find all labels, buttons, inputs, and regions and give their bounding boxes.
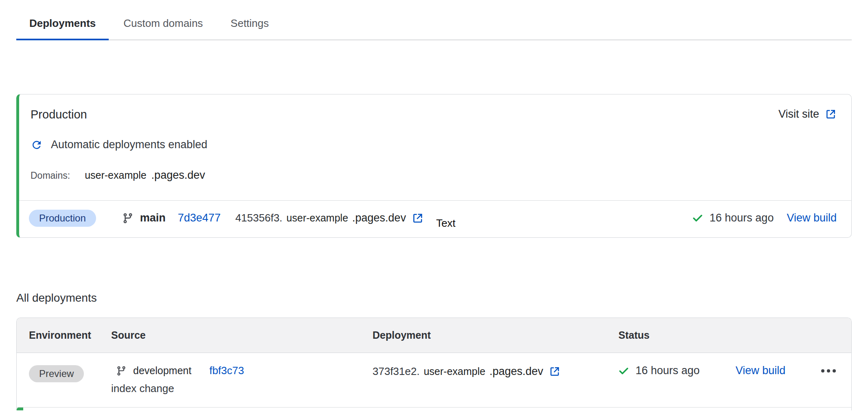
external-link-icon: [543, 366, 561, 377]
deployment-suffix: .pages.dev: [352, 212, 406, 224]
git-branch-icon: [116, 366, 127, 376]
deployment-domain: user-example: [424, 366, 485, 377]
production-deployment-row: Production main 7d3e477 415356f3. user-e…: [19, 201, 851, 235]
production-card-title: Production: [31, 108, 87, 121]
deployment-id: 373f31e2.: [373, 365, 420, 378]
check-icon: [692, 213, 703, 224]
column-header-environment: Environment: [29, 329, 111, 341]
commit-link[interactable]: fbf3c73: [209, 364, 244, 377]
domains-row: Domains: user-example .pages.dev: [19, 151, 851, 182]
domain-suffix: .pages.dev: [151, 169, 205, 182]
deployments-page: Deployments Custom domains Settings Prod…: [0, 0, 868, 412]
visit-site-link[interactable]: Visit site: [778, 108, 837, 121]
environment-cell: Preview: [29, 364, 111, 407]
deployment-suffix: .pages.dev: [489, 365, 543, 378]
view-build-link[interactable]: View build: [736, 364, 786, 377]
production-card: Production Visit site Automatic deploym: [16, 94, 852, 238]
tab-bar: Deployments Custom domains Settings: [16, 0, 852, 40]
domains-label: Domains:: [31, 170, 70, 181]
text-annotation: Text: [436, 217, 456, 230]
next-row-partial: [17, 407, 851, 410]
status-group: 16 hours ago View build: [692, 212, 837, 224]
refresh-icon: [31, 139, 43, 151]
domain-name: user-example: [85, 169, 146, 181]
tab-deployments[interactable]: Deployments: [16, 11, 109, 40]
column-header-deployment: Deployment: [373, 329, 618, 341]
all-deployments-heading: All deployments: [16, 291, 852, 305]
external-link-icon: [825, 108, 837, 120]
column-header-source: Source: [111, 329, 373, 341]
deployment-cell: 373f31e2. user-example .pages.dev: [373, 364, 618, 407]
deployment-url-link[interactable]: 373f31e2. user-example .pages.dev: [373, 365, 561, 378]
check-icon: [618, 366, 629, 376]
source-group: main 7d3e477: [122, 212, 221, 224]
table-header-row: Environment Source Deployment Status: [17, 318, 851, 353]
git-branch-icon: [122, 213, 134, 224]
tab-settings[interactable]: Settings: [217, 11, 282, 39]
deployment-domain: user-example: [287, 212, 348, 224]
tab-custom-domains[interactable]: Custom domains: [110, 11, 216, 39]
environment-badge: Production: [29, 210, 96, 227]
column-header-status: Status: [618, 329, 851, 341]
more-options-icon[interactable]: [820, 365, 837, 377]
production-accent-stripe: [17, 408, 23, 410]
status-cell: 16 hours ago View build: [618, 364, 851, 407]
deployment-id: 415356f3.: [235, 212, 283, 224]
auto-deployments-text: Automatic deployments enabled: [51, 138, 207, 151]
source-cell: development fbf3c73 index change: [111, 364, 373, 407]
deploy-time: 16 hours ago: [636, 364, 700, 377]
branch-name: development: [133, 365, 191, 377]
visit-site-label: Visit site: [778, 108, 819, 121]
deploy-time: 16 hours ago: [710, 212, 774, 224]
deployment-url-link[interactable]: 415356f3. user-example .pages.dev: [235, 212, 424, 224]
table-row: Preview development fbf3c73 index change…: [17, 353, 851, 407]
view-build-link[interactable]: View build: [787, 212, 837, 224]
branch-name: main: [140, 212, 166, 224]
external-link-icon: [406, 212, 424, 224]
commit-message: index change: [111, 382, 373, 395]
environment-badge: Preview: [29, 365, 84, 382]
commit-link[interactable]: 7d3e477: [178, 212, 221, 224]
deployments-table: Environment Source Deployment Status Pre…: [16, 318, 852, 410]
